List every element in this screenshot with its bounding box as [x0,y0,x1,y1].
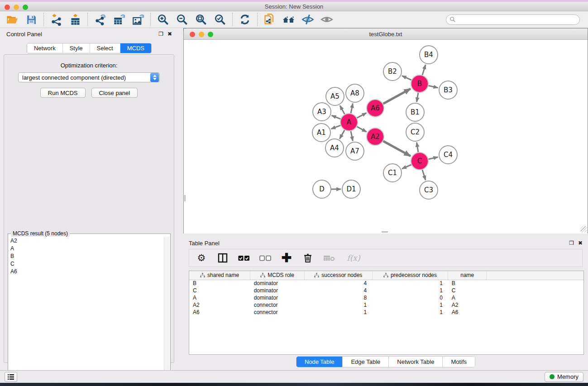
table-cell[interactable]: 4 [304,280,372,287]
function-builder-icon[interactable]: f(x) [344,252,363,264]
zoom-fit-icon[interactable] [195,13,207,26]
export-table-icon[interactable] [113,13,125,26]
memory-button[interactable]: Memory [545,372,583,382]
table-cell[interactable]: B [448,280,487,287]
edge-B-B3[interactable] [429,86,438,88]
edge-A-A1[interactable] [331,125,341,129]
settings-gear-icon[interactable]: ⚙ [196,252,207,264]
zoom-out-icon[interactable] [176,13,188,26]
deselect-all-icon[interactable] [259,252,271,264]
scrollbar[interactable] [164,237,170,386]
close-panel-button[interactable]: Close panel [91,88,138,98]
close-panel-icon[interactable]: ✖ [167,31,172,37]
tab-motifs[interactable]: Motifs [442,357,475,367]
table-cell[interactable]: A6 [448,309,487,316]
edge-A-A2[interactable] [357,127,367,132]
search-field[interactable] [446,14,580,25]
tab-node-table[interactable]: Node Table [296,357,343,367]
table-cell[interactable]: A [189,294,250,301]
run-mcds-button[interactable]: Run MCDS [40,88,86,98]
edge-A6-B[interactable] [383,89,411,104]
table-cell[interactable]: dominator [250,294,305,301]
edge-B-B2[interactable] [402,76,411,80]
edge-A-A5[interactable] [340,105,344,114]
add-column-icon[interactable]: ✚ [281,252,292,264]
close-table-panel-icon[interactable]: ✖ [578,240,583,246]
table-cell[interactable]: B [189,280,250,287]
table-cell[interactable]: 1 [372,309,448,316]
show-columns-icon[interactable] [217,252,229,264]
search-input[interactable] [456,16,579,23]
float-panel-icon[interactable]: ❒ [158,31,163,37]
table-cell[interactable]: 4 [304,287,372,294]
edge-C-C4[interactable] [429,157,438,159]
import-table-icon[interactable] [69,13,81,26]
tab-network-table[interactable]: Network Table [388,357,442,367]
minimize-view-icon[interactable] [199,32,204,37]
close-window-icon[interactable] [5,5,10,10]
table-cell[interactable]: 1 [304,309,372,316]
edge-A-A7[interactable] [351,131,353,141]
table-cell[interactable]: A2 [189,301,250,309]
refresh-icon[interactable] [239,13,251,26]
network-canvas[interactable]: B4B2BB3A8A5A6A3B1AA1C2A2A4A7C4CC1C3DD1 [184,40,588,234]
column-header-shared-name[interactable]: shared name [189,271,250,280]
table-row[interactable]: Adominator80A [189,294,583,301]
criterion-dropdown[interactable]: largest connected component (directed) [18,72,160,82]
edge-C-C3[interactable] [422,170,425,180]
v-scroll-mark[interactable] [184,195,186,201]
select-all-icon[interactable] [238,252,250,264]
edge-B-B4[interactable] [422,65,425,75]
hide-panels-icon[interactable] [301,13,314,26]
export-image-icon[interactable] [132,13,144,26]
column-header-predecessor-nodes[interactable]: predecessor nodes [372,271,448,280]
window-controls[interactable] [5,5,28,10]
tab-edge-table[interactable]: Edge Table [342,357,388,367]
table-row[interactable]: Bdominator41B [189,280,583,287]
network-window-controls[interactable] [190,32,213,37]
home-icon[interactable] [282,13,295,26]
table-row[interactable]: Cdominator41C [189,287,583,294]
mcds-result-item[interactable]: A2 [9,237,164,244]
delete-table-icon[interactable] [323,252,335,264]
import-network-icon[interactable] [50,13,62,26]
edge-A-A3[interactable] [332,115,341,119]
show-panels-icon[interactable] [320,13,333,26]
save-session-icon[interactable] [25,13,38,26]
table-row[interactable]: A2connector11A2 [189,301,583,309]
edge-A-A6[interactable] [357,113,367,118]
table-cell[interactable]: A6 [189,309,250,316]
table-cell[interactable]: 0 [372,294,448,301]
resize-grip[interactable] [581,226,587,233]
table-cell[interactable]: connector [250,309,305,316]
edge-C-C2[interactable] [417,143,418,152]
table-cell[interactable]: C [189,287,250,294]
export-network-icon[interactable] [94,13,106,26]
mcds-result-item[interactable]: A [9,244,164,252]
tab-network[interactable]: Network [27,43,62,53]
mcds-result-item[interactable]: C [9,260,164,267]
edge-C-C1[interactable] [402,165,411,169]
edge-B-B1[interactable] [417,93,418,102]
table-cell[interactable]: 1 [304,301,372,309]
zoom-selected-icon[interactable] [214,13,226,26]
h-scroll-mark[interactable] [382,231,388,233]
close-view-icon[interactable] [190,32,195,37]
table-cell[interactable]: A2 [448,301,487,309]
table-cell[interactable]: dominator [250,287,305,294]
mcds-result-item[interactable]: B [9,252,164,260]
column-header-successor-nodes[interactable]: successor nodes [304,271,372,280]
table-cell[interactable]: 1 [372,301,448,309]
maximize-window-icon[interactable] [23,5,28,10]
maximize-view-icon[interactable] [208,32,213,37]
network-from-file-icon[interactable] [263,13,276,26]
table-cell[interactable]: 1 [372,287,448,294]
minimize-window-icon[interactable] [14,5,19,10]
tab-style[interactable]: Style [62,43,90,53]
zoom-in-icon[interactable] [157,13,169,26]
network-graph[interactable]: B4B2BB3A8A5A6A3B1AA1C2A2A4A7C4CC1C3DD1 [184,40,588,234]
network-window-titlebar[interactable]: testGlobe.txt [184,29,588,40]
table-cell[interactable]: 1 [372,280,448,287]
edge-A-A8[interactable] [351,104,353,114]
delete-column-icon[interactable] [302,252,314,264]
